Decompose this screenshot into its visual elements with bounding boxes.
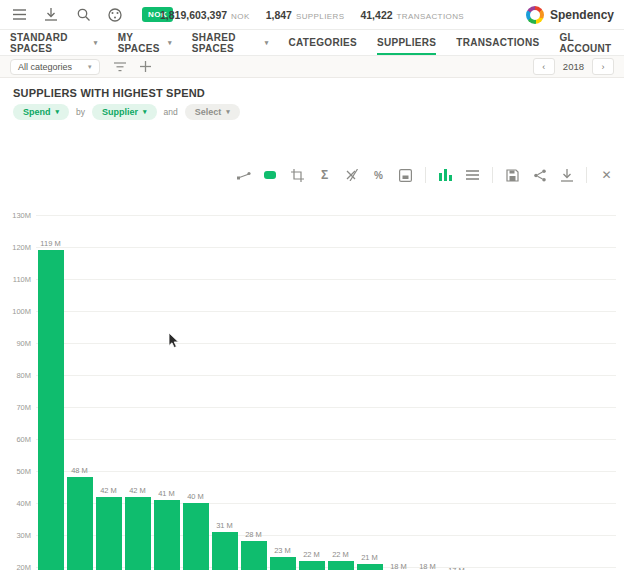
dimension-chip[interactable]: Supplier ▾: [92, 104, 157, 120]
percent-icon[interactable]: %: [371, 168, 386, 183]
crop-icon[interactable]: [290, 168, 305, 183]
bar-slot: 22 MND AG: [297, 215, 326, 570]
chevron-down-icon: ▾: [143, 108, 147, 116]
bar-slot: 16 MOODS: [587, 215, 616, 570]
chevron-down-icon: ▾: [88, 63, 92, 71]
bar-slot: 21 ME BIG...: [355, 215, 384, 570]
share-icon[interactable]: [532, 168, 547, 183]
bar-value-label: 41 M: [158, 489, 175, 498]
top-bar: NOK 1,819,603,397 NOK 1,847 SUPPLIERS 41…: [0, 0, 624, 30]
bar[interactable]: 48 M: [67, 477, 93, 570]
hamburger-menu-icon[interactable]: [10, 6, 28, 24]
y-axis-tick-label: 30M: [16, 531, 31, 540]
bar-value-label: 23 M: [274, 546, 291, 555]
brand: Spendency: [526, 6, 614, 24]
prev-year-button[interactable]: ‹: [533, 58, 555, 75]
bar[interactable]: 22 M: [328, 561, 354, 570]
bar[interactable]: 42 M: [96, 497, 122, 570]
tab-categories[interactable]: CATEGORIES: [289, 30, 357, 55]
bar-slot: 18 MSTUFF: [413, 215, 442, 570]
tab-my-spaces[interactable]: MY SPACES ▾: [118, 30, 172, 55]
bar-slot: 31 MRISES: [210, 215, 239, 570]
tab-label: TRANSACTIONS: [456, 37, 539, 48]
transactions-stat: 41,422 TRANSACTIONS: [360, 9, 464, 21]
y-axis-tick-label: 60M: [16, 435, 31, 444]
tab-label: SHARED SPACES: [192, 32, 261, 54]
bar-slot: 42 MAERSK: [94, 215, 123, 570]
bar[interactable]: 21 M: [357, 564, 383, 570]
toolbar-divider: [586, 167, 587, 183]
nav-tabs: STANDARD SPACES ▾ MY SPACES ▾ SHARED SPA…: [0, 30, 624, 56]
next-year-button[interactable]: ›: [592, 58, 614, 75]
bar-value-label: 42 M: [100, 486, 117, 495]
export-image-icon[interactable]: [398, 168, 413, 183]
filter-chip-label: Select: [195, 107, 222, 117]
y-axis-tick-label: 40M: [16, 499, 31, 508]
bar-value-label: 40 M: [187, 492, 204, 501]
toolbar-divider: [492, 167, 493, 183]
tab-gl-account[interactable]: GL ACCOUNT: [559, 30, 614, 55]
tab-transactions[interactable]: TRANSACTIONS: [456, 30, 539, 55]
tab-standard-spaces[interactable]: STANDARD SPACES ▾: [10, 30, 98, 55]
chevron-down-icon: ▾: [168, 39, 172, 47]
list-view-icon[interactable]: [465, 168, 480, 183]
category-select[interactable]: All categories ▾: [10, 59, 100, 75]
bar-slot: 17 MANA...: [442, 215, 471, 570]
y-axis-tick-label: 20M: [16, 563, 31, 570]
bar[interactable]: 22 M: [299, 561, 325, 570]
y-axis-tick-label: 50M: [16, 467, 31, 476]
bar-slot: 22 MUL...: [326, 215, 355, 570]
chevron-down-icon: ▾: [226, 108, 230, 116]
close-icon[interactable]: ✕: [599, 168, 614, 183]
suppliers-count-value: 1,847: [266, 9, 292, 21]
palette-icon[interactable]: [106, 6, 124, 24]
bar[interactable]: 119 M: [38, 250, 64, 570]
bar[interactable]: 28 M: [241, 541, 267, 570]
query-connector: and: [164, 107, 178, 117]
bar-value-label: 18 M: [419, 562, 436, 570]
bar-slot: 16 MON OIL: [558, 215, 587, 570]
bar[interactable]: 23 M: [270, 557, 296, 570]
filter-bar: All categories ▾ ‹ 2018 ›: [0, 56, 624, 78]
bar[interactable]: 40 M: [183, 503, 209, 570]
tab-suppliers[interactable]: SUPPLIERS: [377, 30, 436, 55]
category-select-value: All categories: [18, 62, 72, 72]
bar[interactable]: 42 M: [125, 497, 151, 570]
tab-label: GL ACCOUNT: [559, 32, 614, 54]
total-spend-label: NOK: [231, 12, 250, 21]
download-icon[interactable]: [42, 6, 60, 24]
bar-chart: 130M120M110M100M90M80M70M60M50M40M30M20M…: [36, 215, 616, 570]
bar-value-label: 17 M: [448, 566, 465, 570]
download-chart-icon[interactable]: [559, 168, 574, 183]
y-axis-tick-label: 80M: [16, 371, 31, 380]
tab-label: STANDARD SPACES: [10, 32, 90, 54]
total-spend-stat: 1,819,603,397 NOK: [160, 9, 250, 21]
trend-line-icon[interactable]: [236, 168, 251, 183]
bar-slot: 41 MUTERS: [152, 215, 181, 570]
save-icon[interactable]: [505, 168, 520, 183]
bar-chart-icon[interactable]: [438, 168, 453, 183]
filter-select-chip[interactable]: Select ▾: [185, 104, 240, 120]
bar[interactable]: 41 M: [154, 500, 180, 570]
bar-value-label: 119 M: [40, 239, 60, 248]
filter-icon[interactable]: [114, 62, 126, 72]
bar-value-label: 42 M: [129, 486, 146, 495]
tab-label: MY SPACES: [118, 32, 164, 54]
year-pager: ‹ 2018 ›: [533, 58, 614, 75]
bar[interactable]: 31 M: [212, 532, 238, 570]
bar-slot: 48 MESTOP: [65, 215, 94, 570]
bar-value-label: 48 M: [71, 466, 88, 475]
search-icon[interactable]: [74, 6, 92, 24]
bar-slot: 16 MKONG: [529, 215, 558, 570]
exclude-x-icon[interactable]: [344, 168, 359, 183]
chevron-down-icon: ▾: [94, 39, 98, 47]
metric-chip[interactable]: Spend ▾: [13, 104, 69, 120]
label-tag-icon[interactable]: [263, 168, 278, 183]
add-icon[interactable]: [140, 61, 151, 72]
sum-icon[interactable]: Σ: [317, 168, 332, 183]
tab-shared-spaces[interactable]: SHARED SPACES ▾: [192, 30, 269, 55]
chevron-down-icon: ▾: [56, 108, 60, 116]
year-value: 2018: [563, 61, 584, 72]
total-spend-value: 1,819,603,397: [160, 9, 227, 21]
transactions-count-value: 41,422: [360, 9, 392, 21]
